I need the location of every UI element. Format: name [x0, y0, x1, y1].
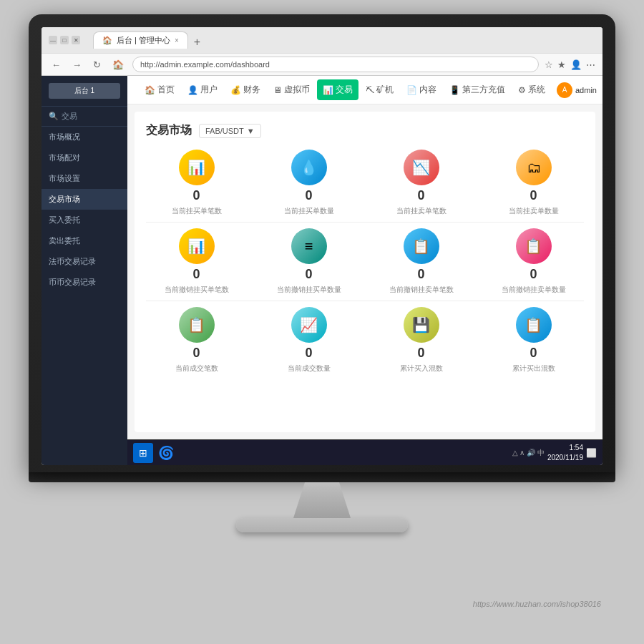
- stat-card-2-1: 📈0当前成交数量: [258, 307, 359, 374]
- stat-label-1-1: 当前撤销挂买单数量: [277, 285, 341, 295]
- new-tab-button[interactable]: +: [190, 36, 205, 49]
- sidebar-item-sell-entrust[interactable]: 卖出委托: [42, 230, 127, 251]
- show-desktop-icon[interactable]: ⬜: [586, 448, 597, 458]
- nav-icon-home: 🏠: [145, 85, 155, 95]
- stat-icon-1-3: 📋: [516, 228, 552, 264]
- screen: — □ ✕ 🏠 后台 | 管理中心 × + ←: [42, 27, 602, 465]
- address-bar[interactable]: http://admin.example.com/dashboard: [132, 57, 539, 72]
- home-nav-button[interactable]: 🏠: [109, 58, 127, 72]
- nav-item-virtual[interactable]: 🖥虚拟币: [268, 79, 316, 100]
- forward-button[interactable]: →: [69, 58, 84, 72]
- tab-close-button[interactable]: ×: [175, 36, 179, 44]
- back-button[interactable]: ←: [49, 58, 64, 72]
- nav-item-recharge[interactable]: 📱第三方充值: [444, 79, 511, 100]
- tab-favicon: 🏠: [102, 36, 112, 45]
- nav-item-trade[interactable]: 📊交易: [317, 79, 358, 100]
- stat-icon-2-1: 📈: [291, 307, 327, 343]
- sidebar-item-market-pairs[interactable]: 市场配对: [42, 147, 127, 168]
- active-tab[interactable]: 🏠 后台 | 管理中心 ×: [93, 31, 188, 49]
- bookmark-list-icon[interactable]: ★: [557, 59, 566, 70]
- row-separator-0: [146, 222, 584, 223]
- bookmark-icon[interactable]: ☆: [545, 59, 553, 70]
- sidebar-search[interactable]: 🔍 交易: [42, 107, 127, 127]
- stats-row-0: 📊0当前挂买单笔数💧0当前挂买单数量📉0当前挂卖单笔数🗂0当前挂卖单数量: [146, 150, 584, 216]
- edge-icon[interactable]: 🌀: [156, 443, 176, 463]
- stat-icon-2-2: 💾: [404, 307, 439, 343]
- sidebar-item-buy-entrust[interactable]: 买入委托: [42, 210, 127, 230]
- stat-icon-1-1: ≡: [291, 228, 327, 264]
- nav-label-virtual: 虚拟币: [284, 84, 310, 96]
- refresh-button[interactable]: ↻: [90, 58, 104, 72]
- nav-icon-recharge: 📱: [449, 85, 460, 95]
- stat-label-2-2: 累计买入混数: [400, 364, 443, 374]
- stat-icon-2-3: 📋: [516, 307, 552, 343]
- stat-card-0-1: 💧0当前挂买单数量: [258, 150, 359, 216]
- monitor: — □ ✕ 🏠 后台 | 管理中心 × + ←: [29, 14, 615, 630]
- nav-label-mine: 矿机: [376, 84, 394, 96]
- nav-icon-mine: ⛏: [366, 85, 374, 95]
- clock-time: 1:54: [547, 443, 583, 453]
- nav-icon-user: 👤: [187, 85, 198, 95]
- start-button[interactable]: ⊞: [133, 443, 153, 463]
- sidebar-item-trade-market[interactable]: 交易市场: [42, 189, 127, 210]
- stat-value-1-0: 0: [192, 267, 200, 282]
- tray-icons: △ ∧ 🔊 中: [512, 448, 545, 458]
- nav-icon-virtual: 🖥: [273, 85, 282, 95]
- sidebar-menu: 市场概况市场配对市场设置交易市场买入委托卖出委托法币交易记录币币交易记录: [42, 127, 127, 293]
- close-button[interactable]: ✕: [72, 36, 80, 44]
- stat-value-0-1: 0: [305, 188, 312, 203]
- stat-icon-0-2: 📉: [404, 150, 439, 185]
- nav-item-content[interactable]: 📄内容: [401, 79, 442, 100]
- stat-value-0-2: 0: [417, 188, 424, 203]
- stat-icon-2-0: 📋: [179, 307, 215, 343]
- stat-card-2-0: 📋0当前成交笔数: [146, 307, 247, 374]
- nav-label-system: 系统: [528, 84, 545, 96]
- nav-item-finance[interactable]: 💰财务: [225, 79, 266, 100]
- browser-toolbar: ← → ↻ 🏠 http://admin.example.com/dashboa…: [42, 53, 602, 75]
- browser-chrome: — □ ✕ 🏠 后台 | 管理中心 × + ←: [42, 27, 602, 76]
- sidebar-logo: 后台 1: [49, 83, 120, 99]
- monitor-neck: [293, 482, 351, 518]
- stat-value-1-1: 0: [305, 267, 312, 282]
- stat-value-2-0: 0: [192, 346, 200, 361]
- stat-label-0-0: 当前挂买单笔数: [172, 206, 222, 216]
- sidebar-item-market-overview[interactable]: 市场概况: [42, 127, 127, 147]
- market-dropdown[interactable]: FAB/USDT ▼: [199, 124, 261, 138]
- start-icon: ⊞: [139, 447, 147, 459]
- nav-item-user[interactable]: 👤用户: [182, 79, 223, 100]
- sidebar-item-coin-history[interactable]: 币币交易记录: [42, 272, 127, 293]
- menu-icon[interactable]: ⋯: [586, 59, 595, 70]
- system-clock: 1:54 2020/11/19: [547, 443, 583, 463]
- search-icon: 🔍: [49, 112, 59, 121]
- stat-label-1-3: 当前撤销挂卖单数量: [502, 285, 566, 295]
- stat-icon-0-1: 💧: [291, 150, 327, 185]
- sidebar: 后台 1 🔍 交易 市场概况市场配对市场设置交易市场买入委托卖出委托法币交易记录…: [42, 76, 127, 465]
- nav-items: 🏠首页👤用户💰财务🖥虚拟币📊交易⛏矿机📄内容📱第三方充值⚙系统: [139, 79, 551, 100]
- minimize-button[interactable]: —: [49, 36, 57, 44]
- search-label: 交易: [62, 111, 77, 122]
- nav-label-finance: 财务: [243, 84, 260, 96]
- page-header: 交易市场 FAB/USDT ▼: [146, 123, 584, 138]
- stats-row-2: 📋0当前成交笔数📈0当前成交数量💾0累计买入混数📋0累计买出混数: [146, 307, 584, 374]
- nav-item-mine[interactable]: ⛏矿机: [360, 79, 399, 100]
- sidebar-logo-area: 后台 1: [42, 76, 127, 107]
- nav-item-home[interactable]: 🏠首页: [139, 79, 180, 100]
- user-profile-icon[interactable]: 👤: [570, 59, 582, 70]
- stat-label-2-0: 当前成交笔数: [175, 364, 218, 374]
- address-text: http://admin.example.com/dashboard: [140, 60, 270, 69]
- taskbar: ⊞ 🌀 △ ∧ 🔊 中 1:54 2020/11/19 ⬜: [127, 439, 602, 465]
- stats-row-1: 📊0当前撤销挂买单笔数≡0当前撤销挂买单数量📋0当前撤销挂卖单笔数📋0当前撤销挂…: [146, 228, 584, 295]
- stat-card-1-0: 📊0当前撤销挂买单笔数: [146, 228, 247, 295]
- stat-label-2-3: 累计买出混数: [512, 364, 555, 374]
- stat-value-2-3: 0: [530, 346, 537, 361]
- sidebar-item-market-settings[interactable]: 市场设置: [42, 168, 127, 189]
- stat-icon-1-2: 📋: [404, 228, 439, 264]
- maximize-button[interactable]: □: [60, 36, 69, 44]
- sidebar-item-blockchain-history[interactable]: 法币交易记录: [42, 251, 127, 272]
- nav-item-system[interactable]: ⚙系统: [512, 79, 551, 100]
- tab-title: 后台 | 管理中心: [117, 35, 170, 46]
- user-badge: A admin: [557, 82, 597, 98]
- clock-date: 2020/11/19: [547, 453, 583, 463]
- chevron-down-icon: ▼: [247, 127, 255, 135]
- stat-card-1-3: 📋0当前撤销挂卖单数量: [483, 228, 584, 295]
